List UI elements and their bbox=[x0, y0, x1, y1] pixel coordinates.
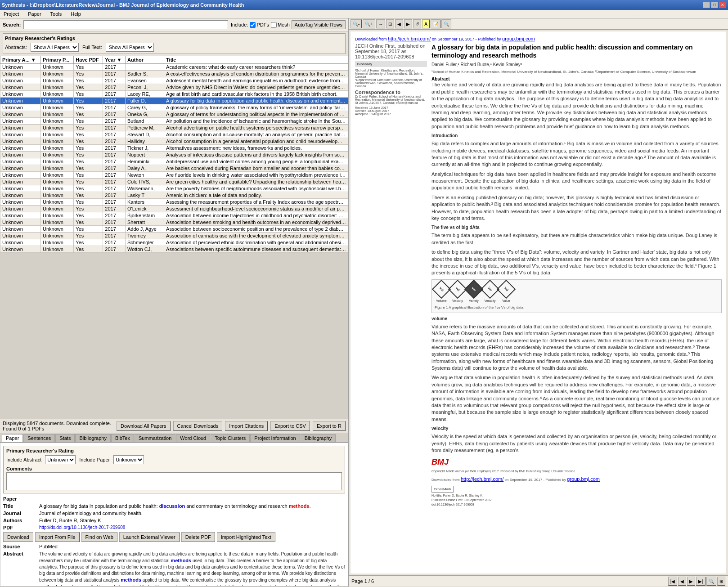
tab-bar: Paper Sentences Stats Bibliography BibTe… bbox=[0, 433, 348, 443]
table-row[interactable]: UnknownUnknownYes2017Walsemann,Are the p… bbox=[0, 185, 348, 192]
tab-bibtex[interactable]: BibTex bbox=[111, 434, 134, 442]
col-header-author[interactable]: Author bbox=[125, 56, 164, 64]
maximize-button[interactable]: □ bbox=[711, 2, 718, 8]
table-row[interactable]: UnknownUnknownYes2017Daley A,Are babies … bbox=[0, 165, 348, 172]
table-row[interactable]: UnknownUnknownYes2017Oneka G,A glossary … bbox=[0, 111, 348, 118]
cancel-downloads-button[interactable]: Cancel Downloads bbox=[173, 421, 223, 431]
rotate-btn[interactable]: ↺ bbox=[413, 19, 421, 28]
table-row[interactable]: UnknownUnknownYes2017Tickner J,Alternati… bbox=[0, 145, 348, 152]
tab-bibliography[interactable]: Bibliography bbox=[75, 434, 111, 442]
col-header-title[interactable]: Title bbox=[164, 56, 348, 64]
table-row[interactable]: UnknownUnknownYes2017NewtonAre fluoride … bbox=[0, 172, 348, 179]
menu-project[interactable]: Project bbox=[2, 11, 21, 17]
first-page-btn[interactable]: |◀ bbox=[668, 577, 678, 586]
table-row[interactable]: UnknownUnknownYes2017BjorkenstamAssociat… bbox=[0, 212, 348, 219]
menu-paper[interactable]: Paper bbox=[26, 11, 43, 17]
last-page-btn[interactable]: ▶| bbox=[696, 577, 706, 586]
table-row[interactable]: UnknownUnknownYes2017Wotton CJ,Associati… bbox=[0, 246, 348, 253]
fit-width-btn[interactable]: ↔ bbox=[376, 19, 385, 28]
minimize-button[interactable]: _ bbox=[703, 2, 710, 8]
tab-paper[interactable]: Paper bbox=[2, 434, 23, 442]
download-all-button[interactable]: Download All Papers bbox=[117, 421, 171, 431]
find-on-web-button[interactable]: Find on Web bbox=[81, 532, 117, 542]
table-row[interactable]: UnknownUnknownYes2017Cole HVS,Are green … bbox=[0, 179, 348, 185]
next-page-btn[interactable]: ▶ bbox=[404, 19, 412, 28]
tab-project-info[interactable]: Project Information bbox=[250, 434, 300, 442]
table-row[interactable]: UnknownUnknownYes2017EvansenAdolescent m… bbox=[0, 77, 348, 84]
col-header-primary-a[interactable]: Primary A... ▼ bbox=[0, 56, 41, 64]
table-row[interactable]: UnknownUnknownYes2017O'LenickAssessment … bbox=[0, 206, 348, 212]
autotag-button[interactable]: AutoTag Visible Rows bbox=[292, 20, 346, 29]
menu-tools[interactable]: Tools bbox=[49, 11, 64, 17]
search-viewer-btn[interactable]: 🔍 bbox=[441, 19, 451, 28]
title-value: A glossary for big data in population an… bbox=[39, 503, 345, 509]
highlight-btn[interactable]: A bbox=[422, 19, 430, 28]
mesh-checkbox-label[interactable]: Mesh bbox=[271, 22, 290, 28]
zoom-footer-btn[interactable]: 🔍 bbox=[706, 577, 716, 586]
col-header-primary-p[interactable]: Primary P... bbox=[41, 56, 74, 64]
table-row[interactable]: UnknownUnknownYes2017Stewart D,Alcohol c… bbox=[0, 131, 348, 138]
abstracts-select[interactable]: Show All Papers bbox=[31, 43, 79, 52]
tab-stats[interactable]: Stats bbox=[55, 434, 75, 442]
pdf-checkbox[interactable] bbox=[250, 22, 256, 28]
export-r-button[interactable]: Export to R bbox=[313, 421, 346, 431]
table-body: UnknownUnknownYes2017Academic careers: w… bbox=[0, 64, 348, 253]
prev-page-btn[interactable]: ◀ bbox=[395, 19, 403, 28]
prev-page-footer-btn[interactable]: ◀ bbox=[678, 577, 686, 586]
table-row[interactable]: UnknownUnknownYes2017Lacey RE,Age at fir… bbox=[0, 91, 348, 98]
table-row[interactable]: UnknownUnknownYes2017Peconi J,Advice giv… bbox=[0, 84, 348, 91]
zoom-in-btn[interactable]: 🔍+ bbox=[363, 19, 375, 28]
table-row[interactable]: UnknownUnknownYes2017HallidayAlcohol con… bbox=[0, 138, 348, 145]
close-button[interactable]: ✕ bbox=[719, 2, 726, 8]
tab-summarization[interactable]: Summarization bbox=[135, 434, 175, 442]
table-row[interactable]: UnknownUnknownYes2017Lasky TArsenic in c… bbox=[0, 192, 348, 199]
table-row[interactable]: UnknownUnknownYes2017Academic careers: w… bbox=[0, 64, 348, 71]
include-paper-label: Include Paper bbox=[79, 457, 110, 462]
table-row[interactable]: UnknownUnknownYes2017Carey G,A glossary … bbox=[0, 104, 348, 111]
pdf-checkbox-label[interactable]: PDFs bbox=[250, 22, 269, 28]
comments-textarea[interactable] bbox=[6, 472, 342, 490]
col-header-year[interactable]: Year ▼ bbox=[103, 56, 126, 64]
v-veracity: Ver Veracity bbox=[483, 282, 497, 303]
fulltext-select[interactable]: Show All Papers bbox=[106, 43, 154, 52]
zoom-fit-btn[interactable]: ⊞ bbox=[717, 577, 725, 586]
table-row[interactable]: UnknownUnknownYes2017SherrattAssociation… bbox=[0, 219, 348, 226]
import-citations-button[interactable]: Import Citations bbox=[225, 421, 268, 431]
search-input[interactable] bbox=[23, 20, 228, 29]
pdf-value[interactable]: http://dx.doi.org/10.1136/jech-2017-2096… bbox=[39, 525, 345, 530]
import-from-file-button[interactable]: Import From File bbox=[35, 532, 80, 542]
fit-page-btn[interactable]: ⊡ bbox=[386, 19, 394, 28]
ratings-row: Abstracts: Show All Papers Full Text: Sh… bbox=[5, 43, 343, 52]
table-row[interactable]: UnknownUnknownYes2017Addo J, AgyeAssocia… bbox=[0, 226, 348, 233]
table-row[interactable]: UnknownUnknownYes2017Petticrew M,Alcohol… bbox=[0, 125, 348, 131]
note-btn[interactable]: 📝 bbox=[431, 19, 440, 28]
zoom-out-btn[interactable]: 🔍- bbox=[351, 19, 362, 28]
tab-sentences[interactable]: Sentences bbox=[23, 434, 55, 442]
table-row[interactable]: UnknownUnknownYes2017SchmenglerAssociati… bbox=[0, 239, 348, 246]
mesh-checkbox[interactable] bbox=[271, 22, 277, 28]
next-page-footer-btn[interactable]: ▶ bbox=[687, 577, 695, 586]
table-row[interactable]: UnknownUnknownYes2017KantersAssessing th… bbox=[0, 199, 348, 206]
table-row[interactable]: UnknownUnknownYes2017ButlandAir pollutio… bbox=[0, 118, 348, 125]
tab-bibliography-2[interactable]: Bibliography bbox=[301, 434, 336, 442]
tab-topic-clusters[interactable]: Topic Clusters bbox=[211, 434, 250, 442]
abstract-rating-select[interactable]: Unknown bbox=[45, 455, 76, 464]
delete-pdf-button[interactable]: Delete PDF bbox=[181, 532, 215, 542]
export-csv-button[interactable]: Export to CSV bbox=[270, 421, 310, 431]
include-paper-select[interactable]: Unknown bbox=[113, 455, 144, 464]
right-panel: 🔍- 🔍+ ↔ ⊡ ◀ ▶ ↺ A 📝 🔍 Downloaded from ht… bbox=[349, 18, 728, 587]
col-header-have-pdf[interactable]: Have PDF bbox=[74, 56, 103, 64]
table-row[interactable]: UnknownUnknownYes2017NoppertAnalyses of … bbox=[0, 152, 348, 158]
table-row[interactable]: UnknownUnknownYes2017HemminkiAntidepress… bbox=[0, 158, 348, 165]
import-highlighted-button[interactable]: Import Highlighted Text bbox=[217, 532, 275, 542]
tab-word-cloud[interactable]: Word Cloud bbox=[176, 434, 210, 442]
table-row[interactable]: UnknownUnknownYes2017Sadler S,A cost-eff… bbox=[0, 71, 348, 77]
table-row[interactable]: UnknownUnknownYes2017Fuller D,A glossary… bbox=[0, 98, 348, 104]
window-title: Synthesis - I:\Dropbox\LiteratureReview\… bbox=[2, 2, 244, 8]
crossmark[interactable]: CrossMark bbox=[431, 486, 454, 493]
v-variety: Var Variety bbox=[467, 282, 481, 303]
launch-viewer-button[interactable]: Launch External Viewer bbox=[119, 532, 180, 542]
download-button[interactable]: Download bbox=[3, 532, 33, 542]
menu-help[interactable]: Help bbox=[69, 11, 83, 17]
table-row[interactable]: UnknownUnknownYes2017TwomeyAssociation o… bbox=[0, 233, 348, 239]
